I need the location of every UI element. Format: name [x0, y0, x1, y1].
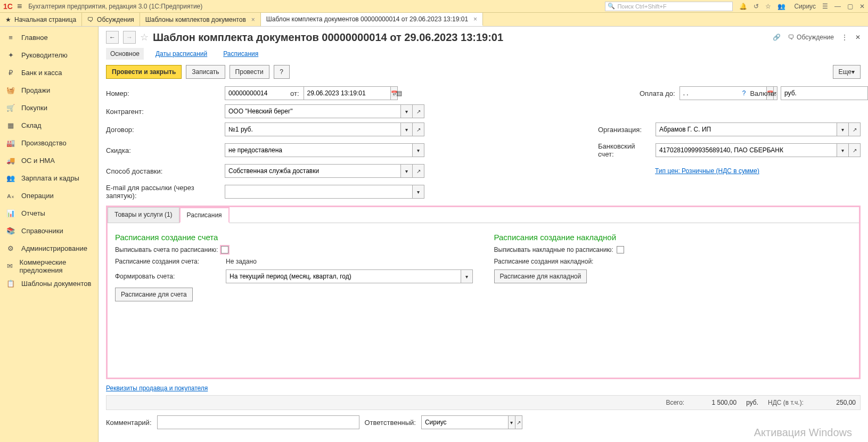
sidebar-item-templates[interactable]: 📋Шаблоны документов — [0, 275, 98, 292]
users-icon[interactable]: 👥 — [777, 3, 785, 10]
comment-label: Комментарий: — [106, 417, 152, 428]
history-icon[interactable]: ↺ — [754, 3, 759, 10]
cart-icon: 🛒 — [6, 104, 15, 112]
menu-dropdown-icon[interactable]: ☰ — [822, 3, 828, 10]
sidebar-item-production[interactable]: 🏭Производство — [0, 134, 98, 152]
email-input[interactable] — [225, 185, 413, 199]
tabs-bar: ★ Начальная страница 🗨 Обсуждения Шаблон… — [0, 13, 868, 27]
sidebar-item-manager[interactable]: ✦Руководителю — [0, 46, 98, 64]
inner-tab-goods[interactable]: Товары и услуги (1) — [108, 207, 179, 223]
tab-templates-list[interactable]: Шаблоны комплектов документов × — [140, 13, 261, 26]
sidebar-item-os-nma[interactable]: 🚚ОС и НМА — [0, 152, 98, 169]
discount-input[interactable] — [225, 143, 413, 157]
total-currency: руб. — [746, 399, 758, 406]
form-invoices-label: Формировать счета: — [115, 273, 222, 280]
sidebar-item-reports[interactable]: 📊Отчеты — [0, 204, 98, 222]
dropdown-icon[interactable]: ▾ — [401, 122, 413, 136]
close-doc-icon[interactable]: ✕ — [855, 34, 861, 41]
pay-until-label: Оплата до: — [640, 88, 675, 99]
sidebar-item-main[interactable]: ≡Главное — [0, 29, 98, 46]
help-icon[interactable]: ? — [742, 89, 746, 97]
tab-current-doc[interactable]: Шаблон комплекта документов 00000000014 … — [261, 13, 483, 26]
dropdown-icon[interactable]: ▾ — [509, 415, 515, 429]
star-icon[interactable]: ☆ — [765, 3, 771, 10]
user-name[interactable]: Сириус — [794, 3, 816, 10]
invoice-checkbox[interactable] — [221, 246, 228, 253]
sidebar-item-purchases[interactable]: 🛒Покупки — [0, 99, 98, 117]
open-icon[interactable]: ↗ — [413, 122, 424, 136]
open-icon[interactable]: ↗ — [515, 415, 522, 429]
bell-icon[interactable]: 🔔 — [739, 3, 747, 10]
dropdown-icon[interactable]: ▾ — [413, 143, 424, 157]
factory-icon: 🏭 — [6, 139, 15, 147]
delivery-input[interactable] — [225, 164, 401, 178]
counterparty-input[interactable] — [225, 104, 401, 118]
dropdown-icon[interactable]: ▾ — [837, 122, 849, 136]
sidebar-item-sales[interactable]: 🧺Продажи — [0, 81, 98, 99]
dropdown-icon[interactable]: ▾ — [461, 269, 473, 283]
sidebar-item-bank[interactable]: ₽Банк и касса — [0, 64, 98, 81]
responsible-input[interactable] — [421, 415, 509, 429]
post-button[interactable]: Провести — [230, 65, 269, 79]
date-input[interactable] — [304, 86, 391, 100]
search-icon: 🔍 — [608, 3, 615, 10]
open-icon[interactable]: ↗ — [413, 104, 424, 118]
discount-label: Скидка: — [106, 145, 220, 156]
save-button[interactable]: Записать — [186, 65, 225, 79]
open-icon[interactable]: ↗ — [413, 164, 424, 178]
sidebar-item-admin[interactable]: ⚙Администрирование — [0, 240, 98, 257]
subtab-schedules[interactable]: Расписания — [219, 48, 263, 60]
document-title: Шаблон комплекта документов 00000000014 … — [153, 31, 768, 44]
close-icon[interactable]: × — [473, 15, 477, 23]
open-icon[interactable]: ↗ — [849, 122, 861, 136]
bank-input[interactable] — [656, 143, 837, 157]
comment-input[interactable] — [157, 415, 359, 429]
dropdown-icon[interactable]: ▾ — [413, 185, 424, 199]
basket-icon: 🧺 — [6, 86, 15, 94]
ruble-icon: ₽ — [6, 69, 15, 77]
sidebar-item-catalog[interactable]: 📚Справочники — [0, 222, 98, 240]
compass-icon: ✦ — [6, 51, 15, 59]
dropdown-icon[interactable]: ▾ — [401, 164, 413, 178]
requisites-link[interactable]: Реквизиты продавца и покупателя — [106, 384, 208, 392]
nakl-schedule-button[interactable]: Расписание для накладной — [494, 269, 587, 283]
invoice-schedule-button[interactable]: Расписание для счета — [115, 288, 193, 301]
org-input[interactable] — [656, 122, 837, 136]
favorite-star-icon[interactable]: ☆ — [140, 31, 149, 43]
link-icon[interactable]: 🔗 — [773, 34, 781, 41]
sidebar-item-commercial[interactable]: ✉Коммерческие предложения — [0, 257, 98, 275]
price-type-link[interactable]: Тип цен: Розничные (НДС в сумме) — [655, 167, 759, 175]
post-and-close-button[interactable]: Провести и закрыть — [106, 65, 182, 79]
gear-icon: ⚙ — [6, 244, 15, 252]
sidebar-item-salary[interactable]: 👥Зарплата и кадры — [0, 169, 98, 187]
inner-tab-schedules[interactable]: Расписания — [179, 207, 230, 223]
subtab-main[interactable]: Основное — [106, 48, 144, 60]
more-menu-icon[interactable]: ⋮ — [841, 34, 848, 41]
currency-input[interactable] — [781, 86, 868, 100]
discuss-button[interactable]: 🗨 Обсуждение — [788, 34, 834, 41]
invoice-sched-value: Не задано — [226, 258, 473, 265]
nav-forward-button[interactable]: → — [123, 31, 136, 44]
help-button[interactable]: ? — [274, 65, 290, 79]
nakl-checkbox[interactable] — [617, 246, 624, 253]
open-icon[interactable]: ↗ — [849, 143, 861, 157]
subtab-dates[interactable]: Даты расписаний — [151, 48, 211, 60]
number-label: Номер: — [106, 88, 220, 99]
tab-home[interactable]: ★ Начальная страница — [0, 13, 82, 26]
dropdown-icon[interactable]: ▾ — [401, 104, 413, 118]
dropdown-icon[interactable]: ▾ — [837, 143, 849, 157]
tab-discussions[interactable]: 🗨 Обсуждения — [82, 13, 140, 26]
main-menu-icon[interactable]: ≡ — [17, 2, 22, 11]
form-invoices-select[interactable] — [226, 269, 461, 283]
close-window-icon[interactable]: ✕ — [859, 3, 865, 10]
totals-bar: Всего: 1 500,00 руб. НДС (в т.ч.): 250,0… — [106, 395, 861, 410]
minimize-icon[interactable]: — — [834, 3, 841, 10]
maximize-icon[interactable]: ▢ — [847, 3, 853, 10]
sidebar-item-operations[interactable]: ᴀₓОперации — [0, 187, 98, 204]
more-button[interactable]: Еще ▾ — [833, 65, 861, 79]
close-icon[interactable]: × — [251, 16, 255, 23]
search-input[interactable]: 🔍 Поиск Ctrl+Shift+F — [605, 2, 733, 11]
contract-input[interactable] — [225, 122, 401, 136]
sidebar-item-warehouse[interactable]: ▦Склад — [0, 117, 98, 134]
nav-back-button[interactable]: ← — [106, 31, 119, 44]
